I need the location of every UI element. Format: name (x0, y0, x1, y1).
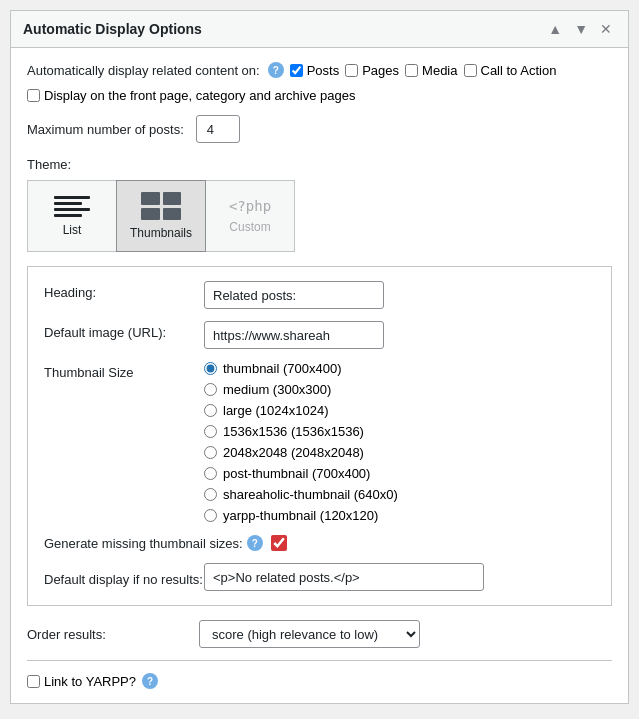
theme-label: Theme: (27, 157, 612, 172)
thumb-3 (141, 208, 160, 221)
radio-large-input[interactable] (204, 404, 217, 417)
generate-help-icon[interactable]: ? (247, 535, 263, 551)
thumb-2 (163, 192, 182, 205)
radio-post-thumbnail-input[interactable] (204, 467, 217, 480)
generate-row: Generate missing thumbnail sizes: ? (44, 535, 595, 551)
help-icon[interactable]: ? (268, 62, 284, 78)
thumbnail-size-radio-group: thumbnail (700x400) medium (300x300) lar… (204, 361, 398, 523)
panel-down-button[interactable]: ▼ (570, 19, 592, 39)
radio-1536[interactable]: 1536x1536 (1536x1536) (204, 424, 398, 439)
yarpp-label: Link to YARPP? (44, 674, 136, 689)
posts-checkbox[interactable] (290, 64, 303, 77)
list-line-2 (54, 202, 82, 205)
theme-list-button[interactable]: List (27, 180, 117, 252)
auto-display-row: Automatically display related content on… (27, 62, 612, 78)
thumb-4 (163, 208, 182, 221)
default-display-input[interactable] (204, 563, 484, 591)
heading-input[interactable] (204, 281, 384, 309)
generate-label-text: Generate missing thumbnail sizes: (44, 536, 243, 551)
theme-thumbnails-button[interactable]: Thumbnails (116, 180, 206, 252)
panel-body: Automatically display related content on… (11, 48, 628, 703)
radio-1536-label: 1536x1536 (1536x1536) (223, 424, 364, 439)
yarpp-checkbox-item[interactable]: Link to YARPP? (27, 674, 136, 689)
media-label: Media (422, 63, 457, 78)
radio-2048-input[interactable] (204, 446, 217, 459)
cta-checkbox[interactable] (464, 64, 477, 77)
panel-title: Automatic Display Options (23, 21, 202, 37)
radio-post-thumbnail[interactable]: post-thumbnail (700x400) (204, 466, 398, 481)
radio-large-label: large (1024x1024) (223, 403, 329, 418)
radio-medium-input[interactable] (204, 383, 217, 396)
radio-thumbnail-input[interactable] (204, 362, 217, 375)
radio-yarpp-thumbnail-label: yarpp-thumbnail (120x120) (223, 508, 378, 523)
pages-label: Pages (362, 63, 399, 78)
automatic-display-panel: Automatic Display Options ▲ ▼ ✕ Automati… (10, 10, 629, 704)
radio-thumbnail-label: thumbnail (700x400) (223, 361, 342, 376)
front-page-label: Display on the front page, category and … (44, 88, 355, 103)
radio-yarpp-thumbnail[interactable]: yarpp-thumbnail (120x120) (204, 508, 398, 523)
posts-label: Posts (307, 63, 340, 78)
list-line-3 (54, 208, 90, 211)
order-select[interactable]: score (high relevance to low) date (newe… (199, 620, 420, 648)
thumbnails-icon (141, 192, 181, 220)
max-posts-label: Maximum number of posts: (27, 122, 184, 137)
cta-checkbox-item[interactable]: Call to Action (464, 63, 557, 78)
theme-thumbnails-label: Thumbnails (130, 226, 192, 240)
list-line-1 (54, 196, 90, 199)
radio-shareaholic-thumbnail-label: shareaholic-thumbnail (640x0) (223, 487, 398, 502)
yarpp-row: Link to YARPP? ? (27, 673, 612, 689)
theme-custom-button[interactable]: <?php Custom (205, 180, 295, 252)
pages-checkbox[interactable] (345, 64, 358, 77)
radio-shareaholic-thumbnail[interactable]: shareaholic-thumbnail (640x0) (204, 487, 398, 502)
theme-custom-label: Custom (229, 220, 270, 234)
default-display-row: Default display if no results: (44, 563, 595, 591)
radio-medium-label: medium (300x300) (223, 382, 331, 397)
thumb-1 (141, 192, 160, 205)
max-posts-row: Maximum number of posts: (27, 115, 612, 143)
media-checkbox[interactable] (405, 64, 418, 77)
posts-checkbox-item[interactable]: Posts (290, 63, 340, 78)
default-image-input[interactable] (204, 321, 384, 349)
cta-label: Call to Action (481, 63, 557, 78)
theme-buttons: List Thumbnails <?php Custom (27, 180, 612, 252)
radio-shareaholic-thumbnail-input[interactable] (204, 488, 217, 501)
divider (27, 660, 612, 661)
default-image-label: Default image (URL): (44, 321, 204, 340)
radio-medium[interactable]: medium (300x300) (204, 382, 398, 397)
auto-display-label: Automatically display related content on… (27, 63, 260, 78)
generate-checkbox[interactable] (271, 535, 287, 551)
pages-checkbox-item[interactable]: Pages (345, 63, 399, 78)
default-display-label: Default display if no results: (44, 568, 204, 587)
yarpp-checkbox[interactable] (27, 675, 40, 688)
radio-2048-label: 2048x2048 (2048x2048) (223, 445, 364, 460)
media-checkbox-item[interactable]: Media (405, 63, 457, 78)
max-posts-input[interactable] (196, 115, 240, 143)
front-page-checkbox[interactable] (27, 89, 40, 102)
front-page-checkbox-item[interactable]: Display on the front page, category and … (27, 88, 355, 103)
order-label: Order results: (27, 627, 187, 642)
thumbnail-size-label: Thumbnail Size (44, 361, 204, 380)
theme-section: Theme: List (27, 157, 612, 252)
theme-list-label: List (63, 223, 82, 237)
generate-label: Generate missing thumbnail sizes: ? (44, 535, 263, 551)
yarpp-help-icon[interactable]: ? (142, 673, 158, 689)
thumbnail-size-row: Thumbnail Size thumbnail (700x400) mediu… (44, 361, 595, 523)
list-icon (54, 196, 90, 217)
panel-header: Automatic Display Options ▲ ▼ ✕ (11, 11, 628, 48)
radio-post-thumbnail-label: post-thumbnail (700x400) (223, 466, 370, 481)
radio-large[interactable]: large (1024x1024) (204, 403, 398, 418)
heading-row: Heading: (44, 281, 595, 309)
radio-thumbnail[interactable]: thumbnail (700x400) (204, 361, 398, 376)
panel-controls: ▲ ▼ ✕ (544, 19, 616, 39)
panel-up-button[interactable]: ▲ (544, 19, 566, 39)
default-image-row: Default image (URL): (44, 321, 595, 349)
front-page-row: Display on the front page, category and … (27, 88, 612, 103)
panel-close-button[interactable]: ✕ (596, 19, 616, 39)
radio-2048[interactable]: 2048x2048 (2048x2048) (204, 445, 398, 460)
list-line-4 (54, 214, 82, 217)
custom-php-icon: <?php (229, 198, 271, 214)
detail-section: Heading: Default image (URL): Thumbnail … (27, 266, 612, 606)
radio-yarpp-thumbnail-input[interactable] (204, 509, 217, 522)
order-row: Order results: score (high relevance to … (27, 620, 612, 648)
radio-1536-input[interactable] (204, 425, 217, 438)
